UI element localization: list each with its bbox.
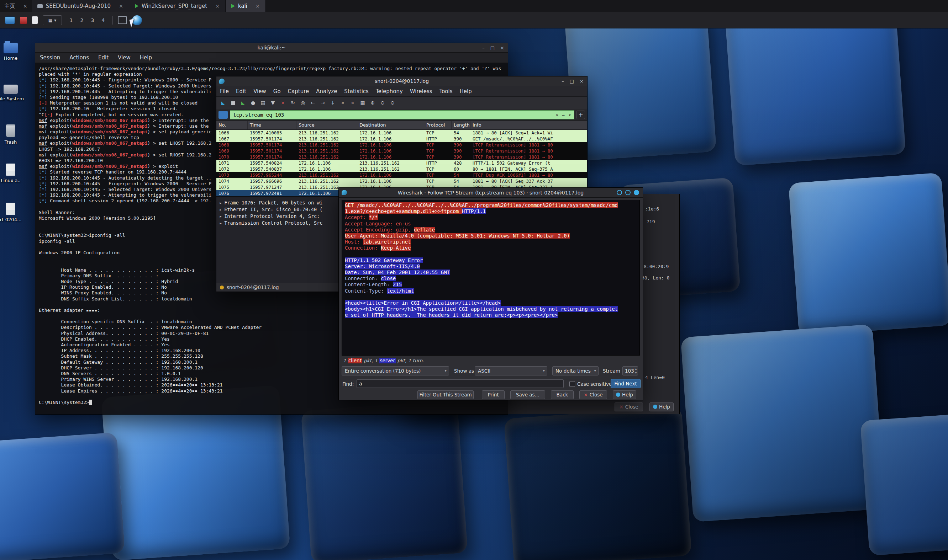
first-packet-icon[interactable]: « <box>338 98 347 107</box>
wireshark-menu-telephony[interactable]: Telephony <box>372 88 406 95</box>
console-monitor-icon[interactable] <box>5 16 15 24</box>
display-filter-input[interactable]: tcp.stream eq 103 × → ▾ <box>230 110 574 120</box>
reload-icon[interactable]: ↻ <box>288 98 298 107</box>
expander-icon[interactable]: ▸ <box>219 206 222 212</box>
tab-close-icon[interactable]: × <box>215 3 219 9</box>
workspace-1-button[interactable]: 1 <box>67 16 76 25</box>
restart-capture-icon[interactable]: ◣ <box>238 98 248 107</box>
conversation-select[interactable]: Entire conversation (710 bytes)▾ <box>342 366 449 375</box>
column-header-no[interactable]: No. <box>216 121 248 129</box>
workspace-2-button[interactable]: 2 <box>77 16 86 25</box>
find-packet-icon[interactable]: ◎ <box>298 98 307 107</box>
packet-row[interactable]: 107315957.965244213.116.251.162172.16.1.… <box>216 172 587 178</box>
filter-add-button[interactable]: + <box>576 111 585 119</box>
vm-tab-kali[interactable]: kali× <box>225 0 266 12</box>
filter-apply-icon[interactable]: → <box>562 112 565 118</box>
maximize-icon[interactable]: □ <box>570 78 574 84</box>
filter-out-stream-button[interactable]: Filter Out This Stream <box>417 391 474 399</box>
colorize-icon[interactable]: ▦ <box>358 98 367 107</box>
maximize-icon[interactable] <box>625 190 631 195</box>
wireshark-menu-file[interactable]: File <box>216 88 232 95</box>
wireshark-titlebar[interactable]: snort-0204@0117.log – □ × <box>216 77 587 86</box>
last-packet-icon[interactable]: » <box>348 98 357 107</box>
wireshark-menu-analyze[interactable]: Analyze <box>312 88 341 95</box>
desktop-icon-trash[interactable]: Trash <box>0 125 26 163</box>
wireshark-menu-statistics[interactable]: Statistics <box>341 88 372 95</box>
wireshark-menu-tools[interactable]: Tools <box>436 88 456 95</box>
column-header-info[interactable]: Info <box>471 121 587 129</box>
minimize-icon[interactable]: – <box>482 45 485 51</box>
dialog-titlebar[interactable]: Wireshark · Follow TCP Stream (tcp.strea… <box>339 188 643 198</box>
go-to-packet-icon[interactable]: ↓ <box>328 98 337 107</box>
filter-clear-icon[interactable]: × <box>556 112 559 118</box>
close-icon[interactable]: × <box>580 78 584 84</box>
wireshark-menu-view[interactable]: View <box>250 88 270 95</box>
desktop-icon-file[interactable]: rt-0204... <box>0 203 26 242</box>
column-header-time[interactable]: Time <box>248 121 296 129</box>
stream-number-spinner[interactable]: 103 ▴▾ <box>622 366 638 375</box>
wireshark-menu-go[interactable]: Go <box>270 88 284 95</box>
column-header-destination[interactable]: Destination <box>357 121 424 129</box>
terminal-menu-session[interactable]: Session <box>35 54 65 61</box>
expander-icon[interactable]: ▸ <box>219 213 222 219</box>
packet-row[interactable]: 106915957.501174213.116.251.162172.16.1.… <box>216 148 587 154</box>
save-file-icon[interactable]: ▼ <box>268 98 278 107</box>
packet-row[interactable]: 107415957.966696213.116.251.162172.16.1.… <box>216 178 587 184</box>
background-help-button[interactable]: Help <box>650 403 674 411</box>
stream-content[interactable]: GET /msadc/..%C0%AF../..%C0%AF../..%C0%A… <box>342 200 640 355</box>
close-icon[interactable] <box>634 190 639 195</box>
terminal-menu-view[interactable]: View <box>113 54 135 61</box>
desktop-icon-drive[interactable]: File System <box>0 85 26 124</box>
packet-list-header[interactable]: No.TimeSourceDestinationProtocolLengthIn… <box>216 121 587 130</box>
layout-dropdown[interactable]: ▦ ▾ <box>43 15 62 25</box>
help-button[interactable]: Help <box>613 391 636 399</box>
power-icon[interactable] <box>20 17 27 24</box>
wireshark-menu-capture[interactable]: Capture <box>284 88 313 95</box>
packet-row[interactable]: 107215957.540837172.16.1.106213.116.251.… <box>216 166 587 172</box>
save-as-button[interactable]: Save as… <box>510 391 545 399</box>
find-next-button[interactable]: Find Next <box>611 379 641 388</box>
packet-row[interactable]: 107015957.501174213.116.251.162172.16.1.… <box>216 154 587 160</box>
next-packet-icon[interactable]: → <box>318 98 327 107</box>
filter-bookmark-icon[interactable] <box>219 111 228 119</box>
packet-row[interactable]: 107115957.540824172.16.1.106213.116.251.… <box>216 160 587 166</box>
zoom-out-icon[interactable]: ⊖ <box>378 98 387 107</box>
close-file-icon[interactable]: × <box>278 98 287 107</box>
minimize-icon[interactable] <box>617 190 622 195</box>
filter-dropdown-icon[interactable]: ▾ <box>568 112 571 118</box>
expander-icon[interactable]: ▸ <box>219 200 222 206</box>
delta-times-select[interactable]: No delta times▾ <box>552 366 599 375</box>
terminal-titlebar[interactable]: kali@kali:~ – □ × <box>35 43 508 52</box>
wireshark-menu-wireless[interactable]: Wireless <box>406 88 436 95</box>
fullscreen-icon[interactable] <box>118 16 127 24</box>
wireshark-menu-help[interactable]: Help <box>456 88 475 95</box>
workspace-3-button[interactable]: 3 <box>88 16 97 25</box>
tab-close-icon[interactable]: × <box>23 3 28 9</box>
zoom-in-icon[interactable]: ⊕ <box>368 98 377 107</box>
minimize-icon[interactable]: – <box>562 78 564 84</box>
column-header-length[interactable]: Length <box>452 121 471 129</box>
snapshot-icon[interactable] <box>32 16 38 24</box>
packet-list[interactable]: 106615957.410085213.116.251.162172.16.1.… <box>216 130 587 196</box>
terminal-menu-help[interactable]: Help <box>135 54 157 61</box>
close-icon[interactable]: × <box>500 45 504 51</box>
packet-row[interactable]: 106715957.501174213.116.251.162172.16.1.… <box>216 136 587 142</box>
show-as-select[interactable]: ASCII▾ <box>475 366 547 375</box>
vm-tab-seedubuntu9-aug-2010[interactable]: SEEDUbuntu9-Aug-2010× <box>32 0 129 12</box>
packet-row[interactable]: 106615957.410085213.116.251.162172.16.1.… <box>216 130 587 136</box>
zoom-100-icon[interactable]: ⊙ <box>388 98 397 107</box>
maximize-icon[interactable]: □ <box>490 45 495 51</box>
find-input[interactable] <box>357 379 564 388</box>
background-close-button[interactable]: ×Close <box>615 403 643 411</box>
column-header-protocol[interactable]: Protocol <box>424 121 452 129</box>
previous-packet-icon[interactable]: ← <box>308 98 317 107</box>
case-sensitive-checkbox[interactable] <box>570 381 575 387</box>
packet-row[interactable]: 106815957.501174213.116.251.162172.16.1.… <box>216 142 587 148</box>
expert-info-icon[interactable] <box>220 286 224 289</box>
capture-options-icon[interactable]: ● <box>249 98 258 107</box>
print-button[interactable]: Print <box>482 391 505 399</box>
column-header-source[interactable]: Source <box>296 121 357 129</box>
workspace-4-button[interactable]: 4 <box>99 16 108 25</box>
stop-capture-icon[interactable]: ■ <box>229 98 238 107</box>
desktop-icon-folder[interactable]: Home <box>0 43 26 82</box>
